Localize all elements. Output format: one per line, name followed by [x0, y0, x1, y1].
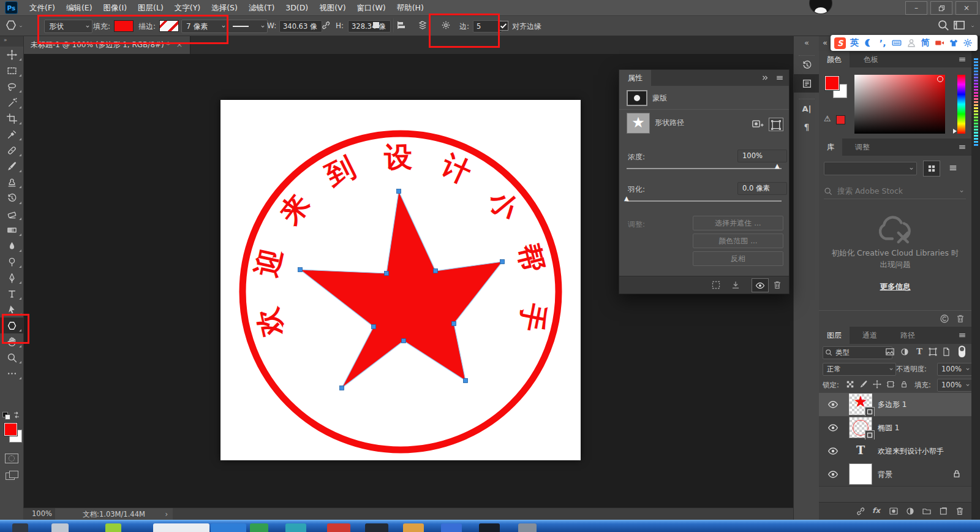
windows-taskbar[interactable] [0, 520, 980, 532]
gamut-color-swatch[interactable] [836, 115, 845, 124]
load-selection-icon[interactable] [711, 280, 721, 290]
pen-tool[interactable] [0, 270, 23, 286]
healing-brush-tool[interactable] [0, 142, 23, 158]
stroke-width-dropdown[interactable]: 7 像素 [181, 20, 228, 33]
layer-visibility-eye-icon[interactable] [827, 446, 839, 457]
density-field[interactable]: 100% [737, 150, 787, 162]
path-anchor-point[interactable] [464, 379, 468, 383]
layer-thumbnail[interactable] [850, 417, 872, 438]
tab-libraries[interactable]: 库 [819, 139, 842, 156]
paragraph-panel-icon[interactable]: ¶ [794, 118, 820, 136]
feather-field[interactable]: 0.0 像素 [737, 182, 787, 195]
default-colors-icon[interactable] [2, 412, 10, 419]
filter-adjustment-layers-icon[interactable] [900, 347, 910, 357]
color-range-button[interactable]: 颜色范围 ... [693, 234, 783, 248]
apply-mask-icon[interactable] [731, 280, 741, 290]
tool-preset-polygon-icon[interactable] [5, 19, 17, 31]
new-group-folder-icon[interactable] [922, 506, 932, 516]
tab-channels[interactable]: 通道 [854, 327, 885, 344]
move-tool[interactable] [0, 47, 23, 63]
path-anchor-point[interactable] [385, 272, 389, 276]
quick-mask-button[interactable] [5, 454, 18, 463]
shape-height-field[interactable]: 328.34 像 [348, 20, 391, 32]
toolbar-collapse-icon[interactable]: » [0, 36, 23, 47]
clone-stamp-tool[interactable] [0, 174, 23, 190]
layer-row-background[interactable]: 背景 [819, 463, 971, 487]
menu-item[interactable]: 文件(F) [24, 0, 61, 15]
layer-row-polygon[interactable]: ★多边形 1 [819, 393, 971, 417]
fill-dropdown[interactable]: 100% [937, 379, 973, 392]
menu-item[interactable]: 3D(D) [280, 0, 314, 15]
taskbar-item[interactable] [327, 523, 350, 532]
soft-keyboard-icon[interactable] [891, 37, 903, 49]
collapse-panels-icon[interactable]: « [823, 38, 827, 47]
hue-slider[interactable] [957, 75, 965, 134]
more-tools[interactable] [0, 365, 23, 381]
path-anchor-point[interactable] [452, 322, 456, 326]
tool-mode-dropdown[interactable]: 形状 [44, 20, 92, 33]
path-anchor-point[interactable] [402, 339, 406, 343]
lock-transparency-icon[interactable] [846, 380, 854, 389]
filter-type-dropdown[interactable]: 类型 [823, 346, 892, 359]
marquee-tool[interactable] [0, 63, 23, 78]
simplified-chinese-indicator[interactable]: 简 [919, 37, 931, 49]
menu-item[interactable]: 文字(Y) [169, 0, 206, 15]
path-alignment-icon[interactable] [397, 20, 407, 30]
layer-thumbnail[interactable] [850, 464, 872, 484]
path-anchor-point[interactable] [397, 189, 401, 194]
new-layer-icon[interactable] [938, 506, 948, 516]
history-brush-tool[interactable] [0, 190, 23, 206]
menu-item[interactable]: 视图(V) [314, 0, 351, 15]
tab-color[interactable]: 颜色 [819, 51, 850, 67]
stamp-artwork[interactable]: 欢迎来到设计小帮手 [221, 100, 581, 460]
feather-slider-thumb[interactable]: ▲ [624, 196, 629, 202]
artboard[interactable]: 欢迎来到设计小帮手 [221, 100, 581, 460]
path-anchor-point[interactable] [372, 325, 376, 329]
menu-item[interactable]: 编辑(E) [61, 0, 98, 15]
shape-settings-gear-icon[interactable] [441, 20, 451, 30]
double-chevron-icon[interactable] [761, 74, 769, 82]
tab-adjustments[interactable]: 调整 [847, 139, 878, 156]
blur-tool[interactable] [0, 238, 23, 254]
shape-tool[interactable] [0, 317, 23, 333]
menu-item[interactable]: 窗口(W) [352, 0, 391, 15]
menu-item[interactable]: 图像(I) [98, 0, 132, 15]
workspace-chevron-icon[interactable] [970, 24, 975, 29]
link-dimensions-icon[interactable] [321, 20, 331, 30]
library-search-field[interactable]: 搜索 Adobe Stock [824, 184, 966, 199]
screen-capture-icon[interactable] [933, 37, 945, 49]
tab-properties[interactable]: 属性 [619, 70, 651, 86]
properties-panel-icon[interactable] [794, 74, 820, 93]
tab-swatches[interactable]: 色板 [856, 51, 886, 67]
library-select-dropdown[interactable] [824, 162, 917, 175]
new-adjustment-layer-icon[interactable] [905, 506, 915, 516]
tab-layers[interactable]: 图层 [819, 327, 850, 344]
taskbar-item[interactable] [403, 523, 424, 532]
filter-toggle-switch[interactable] [959, 346, 965, 357]
add-layer-mask-icon[interactable] [889, 506, 899, 516]
vector-mask-icon[interactable] [769, 118, 783, 131]
delete-mask-trash-icon[interactable] [772, 280, 782, 290]
eraser-tool[interactable] [0, 206, 23, 222]
layer-visibility-eye-icon[interactable] [827, 399, 839, 410]
zoom-level-field[interactable]: 100% [32, 509, 52, 518]
link-layers-icon[interactable] [856, 506, 865, 516]
invert-button[interactable]: 反相 [693, 251, 783, 266]
path-anchor-point[interactable] [298, 268, 303, 272]
eyedropper-tool[interactable] [0, 126, 23, 142]
layer-row-text[interactable]: T欢迎来到设计小帮手 [819, 439, 971, 463]
color-picker-marker[interactable] [937, 76, 943, 82]
workspace-switcher-icon[interactable] [953, 19, 965, 31]
layer-thumbnail[interactable]: ★ [850, 394, 872, 414]
tab-paths[interactable]: 路径 [892, 327, 923, 344]
path-arrangement-icon[interactable] [418, 20, 428, 30]
add-mask-icon[interactable] [752, 118, 764, 129]
foreground-color-swatch[interactable] [4, 423, 17, 436]
stroke-color-swatch[interactable] [159, 20, 179, 32]
lock-all-icon[interactable] [900, 380, 908, 389]
lasso-tool[interactable] [0, 78, 23, 94]
taskbar-item[interactable] [153, 523, 209, 532]
opacity-dropdown[interactable]: 100% [937, 363, 973, 376]
lock-artboard-icon[interactable] [886, 380, 895, 389]
shape-path-thumbnail[interactable]: ★ [627, 113, 650, 134]
